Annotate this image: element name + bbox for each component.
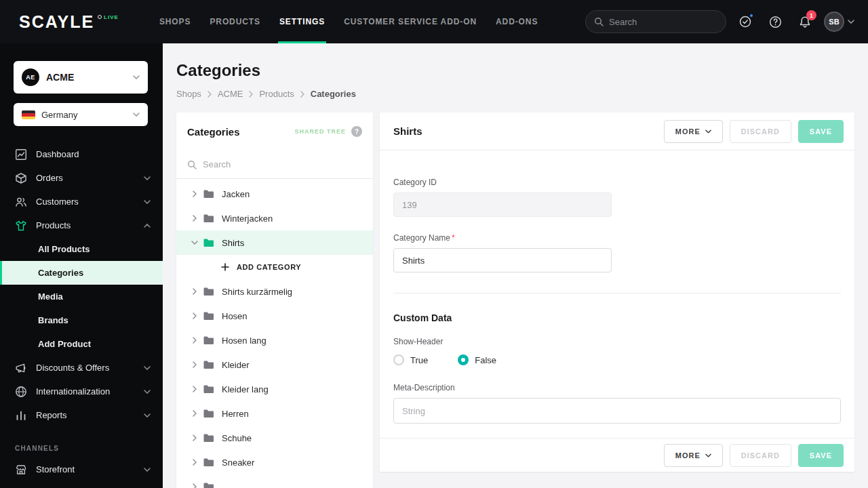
chevron-right-icon[interactable] <box>191 434 198 441</box>
sidebar-item-label: Discounts & Offers <box>36 363 109 373</box>
sidebar-item-dashboard[interactable]: Dashboard <box>0 142 163 166</box>
chevron-right-icon <box>300 91 304 98</box>
chevron-right-icon[interactable] <box>191 410 198 417</box>
category-detail-panel: Shirts MORE DISCARD SAVE Category ID <box>380 113 854 472</box>
nav-shops[interactable]: SHOPS <box>150 0 201 43</box>
help-icon-button[interactable] <box>764 11 786 33</box>
sidebar-item-storefront[interactable]: Storefront <box>0 458 163 481</box>
nav-settings[interactable]: SETTINGS <box>270 0 334 43</box>
tree-item-sneaker[interactable]: Sneaker <box>176 450 373 474</box>
folder-icon <box>203 336 214 345</box>
sidebar-item-products[interactable]: Products <box>0 214 163 237</box>
dashboard-icon <box>15 148 27 161</box>
more-button-footer[interactable]: MORE <box>664 444 723 467</box>
nav-customer-service-add-on[interactable]: CUSTOMER SERVICE ADD-ON <box>334 0 486 43</box>
shop-selector[interactable]: AE ACME <box>14 61 148 94</box>
chevron-right-icon[interactable] <box>191 337 198 344</box>
user-menu[interactable]: SB <box>824 12 854 32</box>
detail-header: Shirts MORE DISCARD SAVE <box>380 113 854 150</box>
tree-item-label: Hosen <box>222 311 248 321</box>
save-button-footer[interactable]: SAVE <box>798 444 844 467</box>
tree-item-label: Sneaker <box>222 458 254 468</box>
breadcrumb-products[interactable]: Products <box>259 89 294 99</box>
logo-circle-icon <box>98 15 102 19</box>
radio-option-true[interactable]: True <box>393 354 428 365</box>
nav-add-ons[interactable]: ADD-ONS <box>486 0 547 43</box>
sidebar-item-internationalization[interactable]: Internationalization <box>0 380 163 403</box>
save-button-label: SAVE <box>810 451 832 460</box>
sidebar-item-add-product[interactable]: Add Product <box>0 332 163 356</box>
chevron-right-icon[interactable] <box>191 361 198 368</box>
save-button[interactable]: SAVE <box>798 120 844 143</box>
tree-item-winterjacken[interactable]: Winterjacken <box>176 206 373 230</box>
tree-search[interactable] <box>176 150 373 179</box>
tree-item-hosen[interactable]: Hosen <box>176 304 373 328</box>
meta-description-input[interactable] <box>393 398 841 424</box>
radio-checked-icon[interactable] <box>458 354 469 365</box>
chevron-up-icon <box>144 224 151 228</box>
nav-products[interactable]: PRODUCTS <box>200 0 270 43</box>
svg-text:?: ? <box>355 128 359 136</box>
top-nav: SHOPS PRODUCTS SETTINGS CUSTOMER SERVICE… <box>150 0 547 43</box>
add-category-button[interactable]: ADD CATEGORY <box>176 255 373 279</box>
tree-item-schuhe[interactable]: Schuhe <box>176 426 373 450</box>
sidebar-item-reports[interactable]: Reports <box>0 403 163 427</box>
sidebar-item-brands[interactable]: Brands <box>0 308 163 332</box>
tree-item-shirts-kurzaermelig[interactable]: Shirts kurzärmelig <box>176 279 373 304</box>
global-search[interactable] <box>585 10 726 33</box>
more-button[interactable]: MORE <box>664 120 723 143</box>
custom-data-heading: Custom Data <box>393 312 841 323</box>
breadcrumb-shops[interactable]: Shops <box>176 89 201 99</box>
chevron-right-icon[interactable] <box>191 459 198 466</box>
chevron-right-icon[interactable] <box>191 312 198 319</box>
sidebar-item-discounts-offers[interactable]: Discounts & Offers <box>0 356 163 380</box>
tree-item-kleider-lang[interactable]: Kleider lang <box>176 377 373 401</box>
help-circle-icon[interactable]: ? <box>351 126 362 137</box>
scayle-logo[interactable]: SCAYLE LIVE <box>19 14 119 30</box>
chevron-right-icon[interactable] <box>191 215 198 222</box>
tree-item-jacken[interactable]: Jacken <box>176 182 373 206</box>
avatar: SB <box>824 12 844 32</box>
category-tree: Jacken Winterjacken Shirts ADD CATEGORY <box>176 179 373 488</box>
tree-item-label: Shirts kurzärmelig <box>222 287 292 297</box>
category-name-input[interactable] <box>393 248 612 272</box>
tree-item-label: Herren <box>222 409 249 419</box>
chevron-right-icon[interactable] <box>191 386 198 392</box>
radio-unchecked-icon[interactable] <box>393 354 404 365</box>
sidebar-item-customers[interactable]: Customers <box>0 190 163 214</box>
folder-icon <box>203 385 214 394</box>
discard-button[interactable]: DISCARD <box>730 120 791 143</box>
sidebar-item-categories[interactable]: Categories <box>0 261 163 285</box>
sidebar-item-label: Reports <box>36 410 67 420</box>
notifications-button[interactable]: 1 <box>794 11 816 33</box>
chevron-right-icon[interactable] <box>191 190 198 197</box>
sidebar-item-all-products[interactable]: All Products <box>0 237 163 261</box>
tree-search-input[interactable] <box>203 159 362 169</box>
discard-button-footer[interactable]: DISCARD <box>730 444 791 467</box>
tree-item-herren[interactable]: Herren <box>176 401 373 426</box>
sidebar-item-media[interactable]: Media <box>0 285 163 308</box>
tree-item-partial[interactable] <box>176 474 373 488</box>
chevron-down-icon <box>144 200 151 204</box>
sidebar-item-label: Internationalization <box>36 386 110 396</box>
category-tree-panel: Categories SHARED TREE ? Jacken <box>176 113 373 488</box>
meta-description-label: Meta-Description <box>393 383 841 392</box>
tree-item-label: Shirts <box>222 238 244 248</box>
topbar: SCAYLE LIVE SHOPS PRODUCTS SETTINGS CUST… <box>0 0 868 43</box>
status-check-icon-button[interactable] <box>734 11 756 33</box>
breadcrumb-acme[interactable]: ACME <box>218 89 243 99</box>
more-button-label: MORE <box>675 451 701 460</box>
chevron-down-icon[interactable] <box>191 241 198 245</box>
country-selector[interactable]: Germany <box>14 103 148 126</box>
chevron-down-icon <box>144 366 151 370</box>
global-search-input[interactable] <box>609 17 717 27</box>
radio-option-false[interactable]: False <box>458 354 496 365</box>
chevron-right-icon[interactable] <box>191 288 198 295</box>
tree-item-kleider[interactable]: Kleider <box>176 352 373 377</box>
category-name-field: Category Name* <box>393 233 841 272</box>
tree-item-label: Jacken <box>222 189 250 199</box>
chevron-down-icon <box>144 468 151 472</box>
tree-item-shirts[interactable]: Shirts <box>176 230 373 255</box>
tree-item-hosen-lang[interactable]: Hosen lang <box>176 328 373 352</box>
sidebar-item-orders[interactable]: Orders <box>0 166 163 190</box>
